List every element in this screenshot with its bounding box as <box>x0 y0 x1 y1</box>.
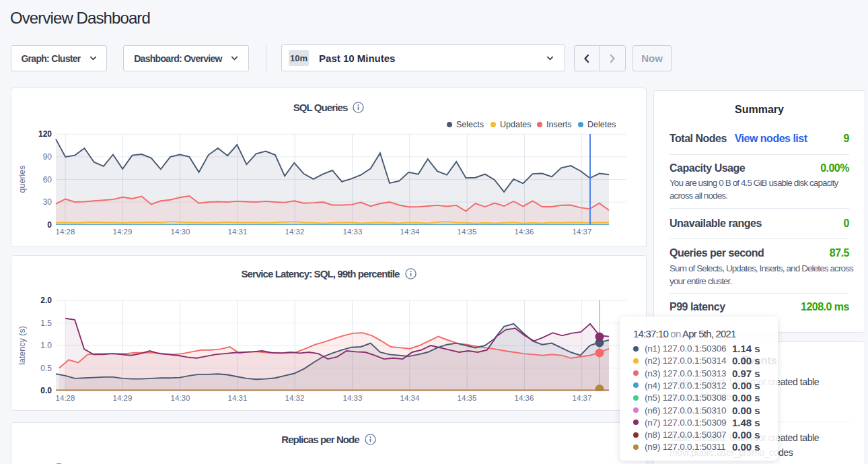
svg-text:14:35: 14:35 <box>458 228 477 236</box>
svg-text:14:34: 14:34 <box>400 394 420 402</box>
svg-text:14:28: 14:28 <box>56 394 75 402</box>
svg-text:14:37: 14:37 <box>573 394 592 402</box>
svg-text:14:35: 14:35 <box>458 394 477 402</box>
svg-text:14:29: 14:29 <box>113 394 133 402</box>
svg-text:2.0: 2.0 <box>40 296 52 305</box>
svg-text:90: 90 <box>43 152 52 162</box>
svg-text:1.5: 1.5 <box>40 319 52 328</box>
svg-text:14:30: 14:30 <box>171 228 190 236</box>
svg-text:14:31: 14:31 <box>228 394 248 402</box>
svg-text:0: 0 <box>47 220 52 230</box>
svg-text:30: 30 <box>43 197 52 207</box>
svg-text:1.0: 1.0 <box>40 341 52 350</box>
svg-text:14:31: 14:31 <box>228 228 248 236</box>
svg-text:14:34: 14:34 <box>400 228 420 236</box>
svg-text:14:36: 14:36 <box>515 394 534 402</box>
svg-text:14:32: 14:32 <box>285 394 305 402</box>
svg-text:0.5: 0.5 <box>40 364 52 373</box>
svg-text:120: 120 <box>38 129 52 139</box>
svg-text:queries: queries <box>17 166 27 193</box>
svg-text:latency (s): latency (s) <box>17 326 27 365</box>
svg-text:0.0: 0.0 <box>40 386 52 395</box>
svg-text:14:33: 14:33 <box>343 394 363 402</box>
svg-text:14:30: 14:30 <box>171 394 190 402</box>
svg-text:14:28: 14:28 <box>56 228 75 236</box>
svg-text:14:32: 14:32 <box>285 228 305 236</box>
svg-text:14:33: 14:33 <box>343 228 363 236</box>
svg-text:14:29: 14:29 <box>113 228 133 236</box>
svg-text:14:36: 14:36 <box>515 228 534 236</box>
svg-text:14:37: 14:37 <box>573 228 592 236</box>
svg-text:60: 60 <box>43 175 52 185</box>
